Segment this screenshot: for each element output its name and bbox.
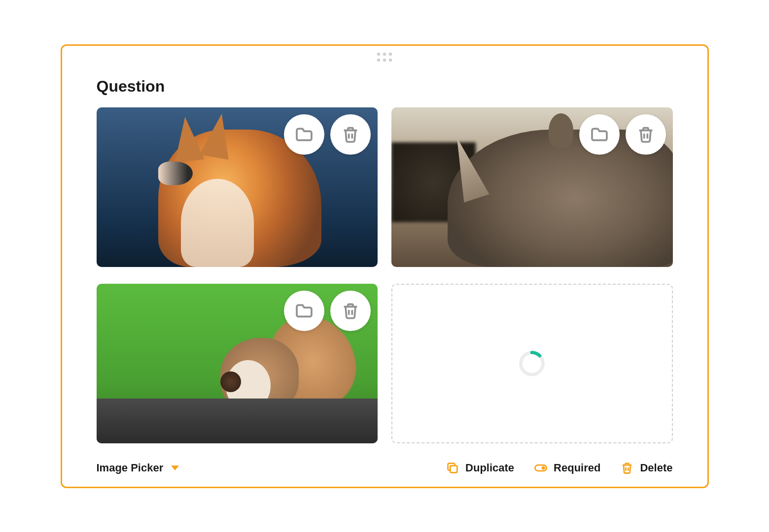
duplicate-label: Duplicate (465, 462, 514, 474)
question-card: Question (61, 44, 709, 488)
add-image-slot[interactable] (391, 284, 673, 443)
browse-file-button[interactable] (284, 291, 324, 331)
drag-handle-icon[interactable] (377, 53, 392, 62)
folder-icon (590, 125, 609, 144)
image-option[interactable] (97, 284, 378, 443)
duplicate-icon (446, 461, 459, 475)
trash-icon (341, 125, 360, 144)
duplicate-button[interactable]: Duplicate (446, 461, 514, 475)
toggle-icon (534, 461, 548, 475)
delete-label: Delete (640, 462, 672, 474)
caret-down-icon (171, 466, 179, 470)
question-type-label: Image Picker (97, 462, 164, 474)
image-option[interactable] (391, 107, 673, 267)
delete-image-button[interactable] (626, 114, 666, 155)
loading-spinner-icon (518, 350, 546, 377)
image-grid (97, 107, 673, 446)
required-label: Required (554, 462, 600, 474)
folder-icon (294, 301, 314, 321)
svg-rect-1 (450, 466, 457, 472)
question-title[interactable]: Question (97, 77, 673, 96)
folder-icon (294, 125, 314, 144)
required-toggle[interactable]: Required (534, 461, 600, 475)
trash-icon (341, 301, 360, 321)
trash-icon (636, 125, 656, 144)
delete-question-button[interactable]: Delete (620, 461, 672, 475)
question-footer: Image Picker Duplicate Required (97, 461, 673, 475)
delete-image-button[interactable] (330, 291, 371, 331)
image-option[interactable] (97, 107, 378, 267)
delete-image-button[interactable] (330, 114, 371, 155)
trash-icon (620, 461, 634, 475)
svg-point-3 (542, 466, 545, 469)
question-type-selector[interactable]: Image Picker (97, 462, 179, 474)
browse-file-button[interactable] (579, 114, 620, 155)
browse-file-button[interactable] (284, 114, 324, 155)
